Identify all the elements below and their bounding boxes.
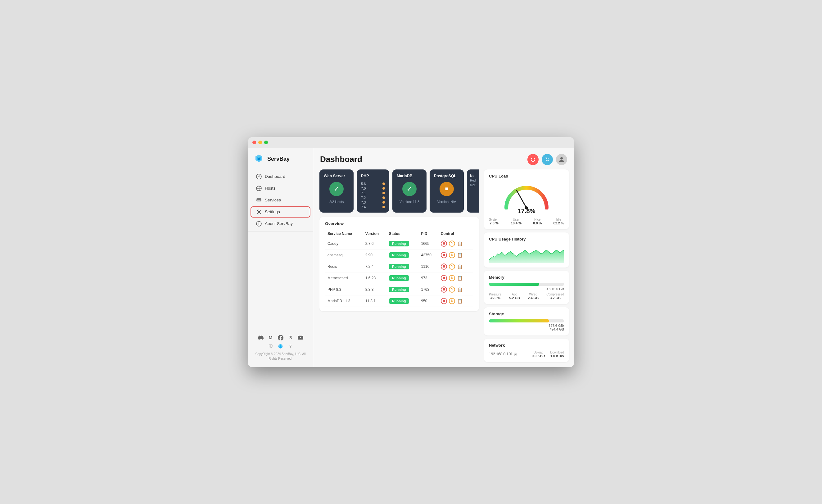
svg-point-13 xyxy=(259,222,259,223)
mariadb-status-icon: ✓ xyxy=(402,182,417,196)
storage-card: Storage 397.6 GB/494.4 GB xyxy=(484,307,569,336)
cpu-stat-idle: Idle 82.2 % xyxy=(553,218,564,225)
status-badge: Running xyxy=(389,264,409,270)
stop-button[interactable] xyxy=(441,298,447,304)
cpu-stats: System 7.3 % User 10.4 % Nice 0.0 % xyxy=(489,218,564,225)
restart-button[interactable]: ↻ xyxy=(449,264,455,270)
medium-icon[interactable]: M xyxy=(267,334,274,341)
stop-button[interactable] xyxy=(441,275,447,281)
status-badge: Running xyxy=(389,252,409,258)
col-control: Control xyxy=(438,230,473,238)
postgresql-card[interactable]: PostgreSQL ■ Version: N/A xyxy=(430,169,464,212)
table-row: MariaDB 11.3 11.3.1 Running 950 ↻ 📋 xyxy=(325,295,473,307)
x-icon[interactable]: 𝕏 xyxy=(287,334,294,341)
memory-bar-fill xyxy=(489,283,539,286)
sidebar-item-about[interactable]: About ServBay xyxy=(251,218,311,229)
minimize-button[interactable] xyxy=(258,140,262,144)
postgresql-icon-area: ■ xyxy=(440,182,454,196)
network-card: Network 192.168.0.101 ⎘ Upload 0.0 KB/s xyxy=(484,339,569,362)
copy-ip-icon[interactable]: ⎘ xyxy=(514,352,516,357)
service-status-cell: Running xyxy=(386,261,419,272)
app-body: ServBay Dashboard Hosts xyxy=(248,148,574,367)
sidebar-item-hosts[interactable]: Hosts xyxy=(251,183,311,194)
service-status-cell: Running xyxy=(386,272,419,284)
stop-icon xyxy=(443,254,445,256)
network-ip-container: 192.168.0.101 ⎘ xyxy=(489,352,516,357)
stop-button[interactable] xyxy=(441,287,447,293)
user-button[interactable] xyxy=(556,154,567,165)
restart-button[interactable]: ↻ xyxy=(449,252,455,258)
service-control-cell: ↻ 📋 xyxy=(438,249,473,261)
stop-button[interactable] xyxy=(441,252,447,258)
cpu-history-title: CPU Usage History xyxy=(489,237,564,241)
power-button[interactable]: ⏻ xyxy=(527,154,538,165)
status-badge: Running xyxy=(389,241,409,246)
service-name-cell: Redis xyxy=(325,261,363,272)
partial-card[interactable]: No Red Mer xyxy=(467,169,479,212)
php-title: PHP xyxy=(361,174,369,178)
sidebar-item-settings[interactable]: Settings xyxy=(251,206,311,217)
control-buttons: ↻ 📋 xyxy=(441,264,471,270)
youtube-icon[interactable] xyxy=(297,334,304,341)
service-control-cell: ↻ 📋 xyxy=(438,261,473,272)
service-status-cell: Running xyxy=(386,238,419,249)
svg-line-14 xyxy=(516,190,526,208)
maximize-button[interactable] xyxy=(264,140,268,144)
col-status: Status xyxy=(386,230,419,238)
cpu-history-card: CPU Usage History xyxy=(484,232,569,268)
restart-button[interactable]: ↻ xyxy=(449,298,455,304)
download-speed: Download 1.0 KB/s xyxy=(550,351,564,358)
service-pid-cell: 1763 xyxy=(418,284,438,295)
webserver-status-icon: ✓ xyxy=(329,182,344,196)
overview-title: Overview xyxy=(325,221,473,226)
refresh-button[interactable]: ↻ xyxy=(542,154,553,165)
info-circle-icon[interactable]: ⓘ xyxy=(268,344,274,349)
service-version-cell: 11.3.1 xyxy=(363,295,386,307)
cpu-load-title: CPU Load xyxy=(489,174,564,178)
memory-stat-compressed: Compressed 3.2 GB xyxy=(546,293,564,300)
status-badge: Running xyxy=(389,287,409,292)
log-button[interactable]: 📋 xyxy=(457,240,463,247)
restart-button[interactable]: ↻ xyxy=(449,287,455,293)
webserver-subtitle: 2/2 Hosts xyxy=(329,200,344,203)
help-icon[interactable]: ? xyxy=(288,344,293,349)
log-button[interactable]: 📋 xyxy=(457,264,463,270)
service-version-cell: 2.90 xyxy=(363,249,386,261)
mariadb-icon-area: ✓ xyxy=(402,182,417,196)
left-panel: Web Server ✓ 2/2 Hosts PHP 5.6 7.0 xyxy=(313,169,484,367)
copyright-text: CopyRight © 2024 ServBay, LLC. All Right… xyxy=(253,352,309,361)
sidebar: ServBay Dashboard Hosts xyxy=(248,148,313,367)
sidebar-logo: ServBay xyxy=(248,154,313,171)
mariadb-card[interactable]: MariaDB ✓ Version: 11.3 xyxy=(392,169,427,212)
postgresql-title: PostgreSQL xyxy=(434,174,456,178)
traffic-lights xyxy=(253,140,268,144)
cpu-percent: 17.8% xyxy=(518,207,535,215)
log-button[interactable]: 📋 xyxy=(457,252,463,258)
service-pid-cell: 43750 xyxy=(418,249,438,261)
service-control-cell: ↻ 📋 xyxy=(438,238,473,249)
control-buttons: ↻ 📋 xyxy=(441,298,471,304)
globe-icon[interactable]: 🌐 xyxy=(278,344,284,349)
stop-button[interactable] xyxy=(441,264,447,270)
restart-button[interactable]: ↻ xyxy=(449,275,455,281)
log-button[interactable]: 📋 xyxy=(457,287,463,293)
memory-stat-pressure: Pressure 35.0 % xyxy=(489,293,501,300)
webserver-card[interactable]: Web Server ✓ 2/2 Hosts xyxy=(319,169,354,212)
page-title: Dashboard xyxy=(320,154,362,164)
php-item-56: 5.6 xyxy=(361,182,385,185)
services-icon xyxy=(256,197,262,203)
restart-button[interactable]: ↻ xyxy=(449,240,455,247)
facebook-icon[interactable] xyxy=(277,334,284,341)
log-button[interactable]: 📋 xyxy=(457,298,463,304)
sidebar-item-dashboard[interactable]: Dashboard xyxy=(251,171,311,182)
col-pid: PID xyxy=(418,230,438,238)
close-button[interactable] xyxy=(253,140,256,144)
stop-button[interactable] xyxy=(441,240,447,247)
webserver-title: Web Server xyxy=(324,174,345,178)
php-card[interactable]: PHP 5.6 7.0 7.1 7.2 7.3 7.4 xyxy=(357,169,389,212)
cpu-load-card: CPU Load xyxy=(484,169,569,229)
service-pid-cell: 1116 xyxy=(418,261,438,272)
discord-icon[interactable] xyxy=(257,334,264,341)
sidebar-item-services[interactable]: Services xyxy=(251,194,311,206)
log-button[interactable]: 📋 xyxy=(457,275,463,281)
